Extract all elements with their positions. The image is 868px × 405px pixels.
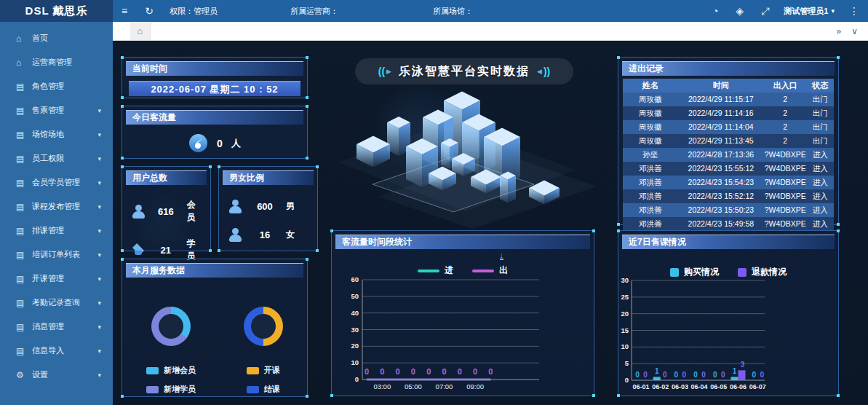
chevron-down-icon: ▾	[97, 323, 101, 331]
tabs-expand-icon[interactable]: »	[837, 26, 842, 36]
table-row[interactable]: 周玫徽2022/4/29 11:13:452出门	[623, 134, 834, 148]
table-row[interactable]: 周玫徽2022/4/29 11:14:162出门	[623, 106, 834, 120]
sidebar-item-label: 消息管理	[32, 321, 64, 332]
table-row[interactable]: 邓洪善2022/4/23 15:55:12?W4DBXPE进入	[623, 162, 834, 176]
donut-chart-left: 新增会员新增学员	[146, 307, 196, 395]
sidebar-item-5[interactable]: ▤场馆场地▾	[0, 122, 113, 146]
gear-icon: ⚙	[16, 370, 24, 380]
svg-text:20: 20	[621, 310, 629, 318]
sidebar-item-label: 运营商管理	[32, 57, 72, 68]
brand-logo: DSL 戴思乐	[0, 0, 113, 22]
svg-text:0: 0	[682, 371, 687, 379]
sidebar-item-6[interactable]: ▤员工权限▾	[0, 146, 113, 170]
table-row[interactable]: 周玫徽2022/4/29 11:14:042出门	[623, 120, 834, 134]
table-cell: 2022/4/29 11:14:16	[677, 106, 764, 120]
more-options-icon[interactable]: ⋮	[849, 5, 859, 17]
collapse-menu-icon[interactable]: ≡	[122, 5, 127, 17]
home-tab[interactable]: ⌂	[130, 22, 151, 40]
svg-text:0: 0	[721, 371, 725, 379]
table-row[interactable]: 邓洪善2022/4/23 15:52:12?W4DBXPE进入	[623, 189, 834, 203]
stack-icon: ▤	[16, 178, 24, 188]
sidebar-item-13[interactable]: ▤消息管理▾	[0, 315, 113, 339]
table-cell: 2	[764, 106, 806, 120]
table-cell: 周玫徽	[623, 106, 677, 120]
stack-icon: ▤	[16, 322, 24, 332]
svg-text:60: 60	[351, 275, 359, 283]
home-icon: ⌂	[16, 58, 21, 68]
chevron-down-icon: ▾	[97, 371, 101, 379]
stat-value: 16	[254, 229, 276, 240]
sidebar-item-4[interactable]: ▤售票管理▾	[0, 98, 113, 122]
table-cell: 周玫徽	[623, 120, 677, 134]
svg-text:09:00: 09:00	[466, 382, 484, 390]
svg-text:05:00: 05:00	[405, 382, 422, 390]
svg-text:15: 15	[621, 326, 629, 334]
sidebar-item-9[interactable]: ▤排课管理▾	[0, 219, 113, 243]
svg-text:06-01: 06-01	[632, 383, 649, 390]
chevron-down-icon: ▾	[97, 275, 101, 283]
monthly-service-panel: 本月服务数据 新增会员新增学员开课结课	[122, 259, 308, 397]
stat-label: 女	[286, 229, 295, 241]
sidebar-item-12[interactable]: ▤考勤记录查询▾	[0, 291, 113, 315]
table-row[interactable]: 邓洪善2022/4/23 15:49:58?W4DBXPE进入	[623, 217, 834, 231]
sidebar-item-label: 首页	[32, 33, 48, 44]
stat-value: 600	[254, 201, 276, 212]
stack-icon: ▤	[16, 274, 24, 284]
table-row[interactable]: 邓洪善2022/4/23 15:50:23?W4DBXPE进入	[623, 203, 834, 217]
sidebar-item-3[interactable]: ▤角色管理	[0, 74, 113, 98]
fullscreen-icon[interactable]: ⤢	[761, 5, 769, 17]
sidebar-item-label: 开课管理	[32, 273, 64, 284]
table-cell: 2022/4/23 15:50:23	[677, 203, 764, 217]
sidebar-item-label: 会员学员管理	[32, 177, 80, 188]
donut-chart-right: 开课结课	[244, 307, 283, 395]
donut-charts: 新增会员新增学员开课结课	[122, 307, 307, 395]
svg-text:0: 0	[355, 375, 359, 383]
gauge-icon[interactable]: ◔	[712, 5, 718, 17]
sidebar-nav: ⌂首页⌂运营商管理▤角色管理▤售票管理▾▤场馆场地▾▤员工权限▾▤会员学员管理▾…	[0, 22, 113, 405]
sidebar-item-14[interactable]: ▤信息导入▾	[0, 339, 113, 363]
sidebar-item-11[interactable]: ▤开课管理▾	[0, 267, 113, 291]
table-cell: ?W4DBXPE	[764, 148, 806, 162]
legend-item: 新增会员	[146, 365, 196, 376]
svg-text:25: 25	[621, 293, 629, 301]
right-deco-icon: ◀))	[537, 66, 550, 77]
svg-text:06-05: 06-05	[710, 383, 727, 390]
sidebar-item-10[interactable]: ▤培训订单列表▾	[0, 243, 113, 267]
sidebar-item-2[interactable]: ⌂运营商管理	[0, 50, 113, 74]
table-row[interactable]: 邓洪善2022/4/23 15:54:23?W4DBXPE进入	[623, 176, 834, 189]
sidebar-item-7[interactable]: ▤会员学员管理▾	[0, 170, 113, 194]
tag-icon[interactable]: ◈	[736, 5, 744, 17]
svg-text:07:00: 07:00	[436, 382, 453, 390]
stat-label: 男	[286, 200, 295, 213]
legend-swatch	[247, 367, 259, 374]
svg-text:0: 0	[488, 367, 493, 376]
svg-text:0: 0	[713, 371, 717, 379]
panel-title: 用户总数	[126, 170, 207, 185]
table-cell: 2	[764, 93, 806, 106]
svg-text:30: 30	[351, 326, 359, 334]
table-header-row: 姓名时间出入口状态	[623, 79, 834, 93]
svg-text:0: 0	[396, 367, 400, 376]
refresh-icon[interactable]: ↻	[145, 5, 154, 17]
legend-label: 新增学员	[164, 384, 196, 395]
svg-text:0: 0	[693, 371, 698, 379]
tabs-collapse-icon[interactable]: ∨	[851, 26, 858, 36]
column-header: 状态	[806, 79, 834, 93]
table-row[interactable]: 孙坚2022/4/28 17:13:36?W4DBXPE进入	[623, 148, 834, 162]
sidebar-item-label: 设置	[32, 369, 48, 380]
table-cell: 出门	[806, 93, 834, 106]
sidebar-item-8[interactable]: ▤课程发布管理▾	[0, 194, 113, 219]
table-cell: 2022/4/23 15:55:12	[677, 162, 764, 176]
top-navbar: DSL 戴思乐 ≡ ↻ 权限：管理员 所属运营商： 所属场馆： ◔ ◈ ⤢ 测试…	[0, 0, 868, 22]
table-row[interactable]: 周玫徽2022/4/29 11:15:172出门	[623, 93, 834, 106]
sidebar-item-15[interactable]: ⚙设置▾	[0, 363, 113, 387]
sidebar-item-1[interactable]: ⌂首页	[0, 26, 113, 50]
table-cell: 2022/4/23 15:52:12	[677, 189, 764, 203]
sell-chart-panel: 近7日售课情况 购买情况退款情况 05101520253006-0106-020…	[618, 230, 839, 396]
stat-row-members: 616 会员	[122, 199, 210, 224]
chevron-down-icon: ▾	[97, 131, 101, 138]
table-cell: 2022/4/23 15:54:23	[677, 176, 764, 189]
chevron-down-icon: ▾	[97, 347, 101, 355]
svg-text:0: 0	[625, 376, 629, 384]
user-menu[interactable]: 测试管理员1 ▾	[784, 6, 835, 17]
